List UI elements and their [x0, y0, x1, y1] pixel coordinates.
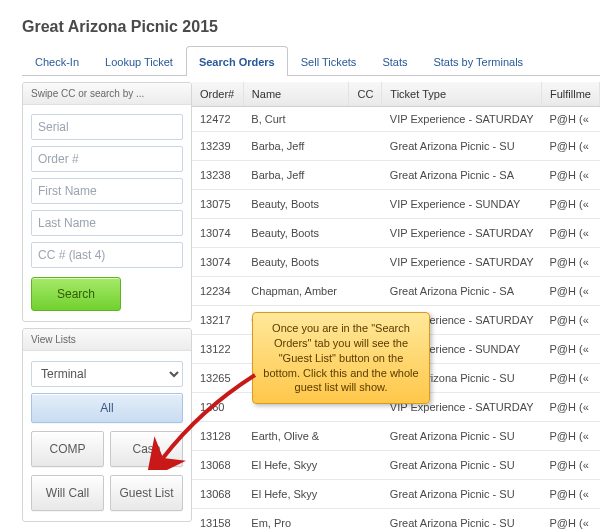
cell-cc	[349, 248, 382, 277]
cell-cc	[349, 107, 382, 132]
cell-order: 13239	[192, 132, 243, 161]
tab-stats-by-terminals[interactable]: Stats by Terminals	[420, 46, 536, 76]
table-row[interactable]: 13075Beauty, BootsVIP Experience - SUNDA…	[192, 190, 600, 219]
search-panel: Swipe CC or search by ... Search	[22, 82, 192, 322]
cell-cc	[349, 480, 382, 509]
order-number-input[interactable]	[31, 146, 183, 172]
tab-check-in[interactable]: Check-In	[22, 46, 92, 76]
cell-fulfill: P@H («	[542, 364, 600, 393]
cell-fulfill: P@H («	[542, 107, 600, 132]
results-table-container: Order# Name CC Ticket Type Fulfillme 124…	[192, 82, 600, 529]
cell-cc	[349, 277, 382, 306]
cell-ticket: Great Arizona Picnic - SU	[382, 451, 542, 480]
terminal-select[interactable]: Terminal	[31, 361, 183, 387]
cell-order: 13238	[192, 161, 243, 190]
cell-name: Beauty, Boots	[243, 190, 349, 219]
table-row[interactable]: 13074Beauty, BootsVIP Experience - SATUR…	[192, 219, 600, 248]
table-row[interactable]: 13239Barba, JeffGreat Arizona Picnic - S…	[192, 132, 600, 161]
cell-ticket: Great Arizona Picnic - SU	[382, 422, 542, 451]
cell-ticket: VIP Experience - SATURDAY	[382, 248, 542, 277]
cell-name: Chapman, Amber	[243, 277, 349, 306]
column-header-order[interactable]: Order#	[192, 82, 243, 107]
search-button[interactable]: Search	[31, 277, 121, 311]
cell-fulfill: P@H («	[542, 190, 600, 219]
cell-fulfill: P@H («	[542, 480, 600, 509]
cell-order: 1260	[192, 393, 243, 422]
cell-fulfill: P@H («	[542, 451, 600, 480]
serial-input[interactable]	[31, 114, 183, 140]
cell-ticket: VIP Experience - SATURDAY	[382, 219, 542, 248]
filter-cash-button[interactable]: Cash	[110, 431, 183, 467]
table-row[interactable]: 13074Beauty, BootsVIP Experience - SATUR…	[192, 248, 600, 277]
cell-ticket: VIP Experience - SUNDAY	[382, 190, 542, 219]
table-row[interactable]: 13068El Hefe, SkyyGreat Arizona Picnic -…	[192, 451, 600, 480]
cell-cc	[349, 219, 382, 248]
tab-bar: Check-InLookup TicketSearch OrdersSell T…	[22, 46, 600, 76]
tab-sell-tickets[interactable]: Sell Tickets	[288, 46, 370, 76]
tab-stats[interactable]: Stats	[369, 46, 420, 76]
cell-order: 13068	[192, 480, 243, 509]
cell-fulfill: P@H («	[542, 219, 600, 248]
cell-cc	[349, 161, 382, 190]
cell-name: Beauty, Boots	[243, 219, 349, 248]
tab-search-orders[interactable]: Search Orders	[186, 46, 288, 76]
column-header-name[interactable]: Name	[243, 82, 349, 107]
cell-ticket: Great Arizona Picnic - SU	[382, 480, 542, 509]
view-lists-header: View Lists	[23, 329, 191, 351]
cell-order: 13122	[192, 335, 243, 364]
column-header-cc[interactable]: CC	[349, 82, 382, 107]
table-row[interactable]: 13238Barba, JeffGreat Arizona Picnic - S…	[192, 161, 600, 190]
cell-cc	[349, 132, 382, 161]
filter-all-button[interactable]: All	[31, 393, 183, 423]
table-row[interactable]: 13068El Hefe, SkyyGreat Arizona Picnic -…	[192, 480, 600, 509]
cell-name: Barba, Jeff	[243, 132, 349, 161]
cell-name: El Hefe, Skyy	[243, 480, 349, 509]
cell-ticket: VIP Experience - SATURDAY	[382, 107, 542, 132]
filter-comp-button[interactable]: COMP	[31, 431, 104, 467]
column-header-fulfillment[interactable]: Fulfillme	[542, 82, 600, 107]
cell-order: 13075	[192, 190, 243, 219]
cell-cc	[349, 190, 382, 219]
cell-ticket: Great Arizona Picnic - SA	[382, 277, 542, 306]
cell-name: B, Curt	[243, 107, 349, 132]
page-title: Great Arizona Picnic 2015	[22, 18, 600, 36]
table-row[interactable]: 13158Em, ProGreat Arizona Picnic - SUP@H…	[192, 509, 600, 530]
cell-ticket: Great Arizona Picnic - SU	[382, 509, 542, 530]
cell-fulfill: P@H («	[542, 306, 600, 335]
cell-cc	[349, 509, 382, 530]
cc-last4-input[interactable]	[31, 242, 183, 268]
cell-fulfill: P@H («	[542, 335, 600, 364]
table-row[interactable]: 12234Chapman, AmberGreat Arizona Picnic …	[192, 277, 600, 306]
cell-fulfill: P@H («	[542, 422, 600, 451]
table-row[interactable]: 13128Earth, Olive &Great Arizona Picnic …	[192, 422, 600, 451]
cell-order: 13068	[192, 451, 243, 480]
cell-name: Em, Pro	[243, 509, 349, 530]
cell-order: 13074	[192, 248, 243, 277]
search-panel-header: Swipe CC or search by ...	[23, 83, 191, 105]
cell-fulfill: P@H («	[542, 393, 600, 422]
cell-name: Beauty, Boots	[243, 248, 349, 277]
view-lists-panel: View Lists Terminal All COMP Cash Will C…	[22, 328, 192, 522]
filter-willcall-button[interactable]: Will Call	[31, 475, 104, 511]
cell-fulfill: P@H («	[542, 161, 600, 190]
cell-order: 12234	[192, 277, 243, 306]
cell-order: 13158	[192, 509, 243, 530]
cell-name: El Hefe, Skyy	[243, 451, 349, 480]
cell-ticket: Great Arizona Picnic - SU	[382, 132, 542, 161]
table-row[interactable]: 12472B, CurtVIP Experience - SATURDAYP@H…	[192, 107, 600, 132]
last-name-input[interactable]	[31, 210, 183, 236]
first-name-input[interactable]	[31, 178, 183, 204]
cell-fulfill: P@H («	[542, 132, 600, 161]
cell-order: 13265	[192, 364, 243, 393]
cell-order: 13128	[192, 422, 243, 451]
cell-cc	[349, 451, 382, 480]
tab-lookup-ticket[interactable]: Lookup Ticket	[92, 46, 186, 76]
column-header-ticket-type[interactable]: Ticket Type	[382, 82, 542, 107]
help-callout: Once you are in the "Search Orders" tab …	[252, 312, 430, 404]
cell-order: 13074	[192, 219, 243, 248]
cell-fulfill: P@H («	[542, 509, 600, 530]
cell-name: Barba, Jeff	[243, 161, 349, 190]
cell-name: Earth, Olive &	[243, 422, 349, 451]
cell-cc	[349, 422, 382, 451]
filter-guestlist-button[interactable]: Guest List	[110, 475, 183, 511]
